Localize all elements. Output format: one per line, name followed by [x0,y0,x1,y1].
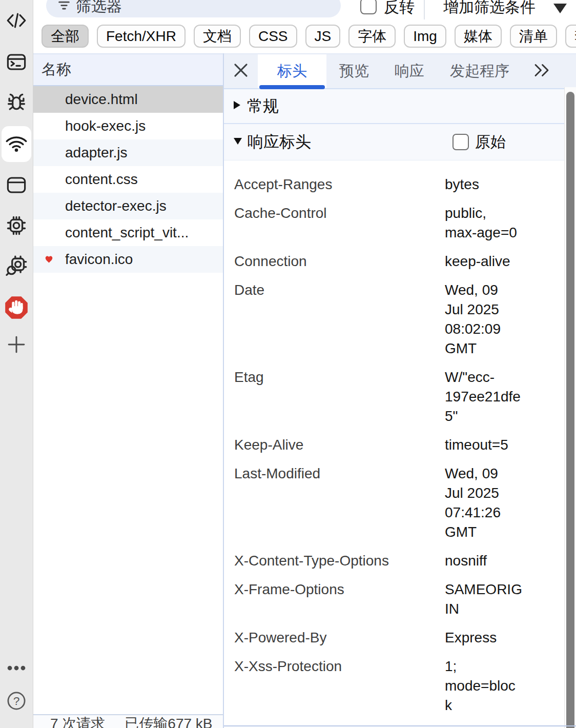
filter-chip-socket[interactable]: 套接字 [565,25,576,48]
triangle-down-icon [233,137,242,147]
header-name: Connection [234,252,445,271]
header-name: Last-Modified [234,464,445,542]
header-row-x-frame-options: X-Frame-Options SAMEORIG IN [234,580,561,619]
wifi-icon [5,132,28,155]
header-row-etag: Etag W/"ecc- 197ee21dfe 5" [234,368,561,426]
filter-chip-fetch-xhr[interactable]: Fetch/XHR [97,25,186,48]
filter-chip-font[interactable]: 字体 [348,25,396,48]
header-name: X-Frame-Options [234,580,445,619]
filter-chip-css[interactable]: CSS [249,25,297,48]
header-value: Express [445,628,561,648]
activity-network-button[interactable] [4,131,29,156]
header-name: Etag [234,368,445,426]
caret-down-icon[interactable] [552,2,568,17]
activity-window-button[interactable] [4,173,29,197]
activity-blocker-button[interactable] [4,295,29,320]
filter-chip-all[interactable]: 全部 [42,25,89,48]
response-headers-section-title: 响应标头 [248,131,311,153]
chip-icon [5,214,28,237]
details-tabstrip: 标头 预览 响应 发起程序 [224,53,576,89]
request-row-favicon-ico[interactable]: favicon.ico [33,246,223,273]
request-details-panel: 标头 预览 响应 发起程序 常规 响应标头 原始 Accept-Ranges b… [224,53,576,728]
header-value: nosniff [445,551,561,571]
header-name: Cache-Control [234,204,445,242]
filter-chip-media[interactable]: 媒体 [455,25,502,48]
header-value: timeout=5 [445,435,561,455]
activity-add-button[interactable] [4,332,29,357]
plus-icon [6,334,27,355]
response-headers-list: Accept-Ranges bytes Cache-Control public… [224,160,576,715]
tab-response[interactable]: 响应 [382,54,437,88]
filter-funnel-icon [57,0,71,14]
invert-checkbox[interactable] [360,0,377,14]
header-value: public, max-age=0 [445,204,561,242]
header-row-last-modified: Last-Modified Wed, 09 Jul 2025 07:41:26 … [234,464,561,542]
chip-search-icon [5,254,28,277]
request-row-hook-exec-js[interactable]: hook-exec.js [33,113,223,139]
request-name: device.html [65,91,138,108]
header-row-x-content-type-options: X-Content-Type-Options nosniff [234,551,561,571]
window-icon [6,174,27,196]
activity-more-button[interactable] [4,656,29,680]
network-filter-bar: 筛选器 反转 增加筛选条件 全部 Fetch/XHR 文档 CSS JS 字体 … [33,0,576,53]
header-name: Date [234,280,445,358]
activity-chip-inspect-button[interactable] [4,253,29,278]
request-name: content.css [65,171,138,188]
header-value: keep-alive [445,252,561,271]
tab-headers[interactable]: 标头 [258,54,326,88]
activity-code-button[interactable] [4,8,29,33]
svg-text:?: ? [13,694,20,707]
request-row-content-css[interactable]: content.css [33,166,223,193]
request-name: content_script_vit... [65,225,189,241]
request-type-filters: 全部 Fetch/XHR 文档 CSS JS 字体 Img 媒体 清单 套接字 [42,25,576,48]
activity-chip-button[interactable] [4,213,29,238]
response-headers-section-header[interactable]: 响应标头 原始 [224,124,576,160]
tab-preview[interactable]: 预览 [326,54,382,88]
filter-input[interactable]: 筛选器 [46,0,341,17]
filter-chip-doc[interactable]: 文档 [194,25,241,48]
header-row-x-xss-protection: X-Xss-Protection 1; mode=bloc k [234,657,561,715]
header-name: X-Content-Type-Options [234,551,445,571]
request-row-device-html[interactable]: device.html [33,86,223,113]
request-row-adapter-js[interactable]: adapter.js [33,139,223,166]
header-row-date: Date Wed, 09 Jul 2025 08:02:09 GMT [234,280,561,358]
request-row-content-script[interactable]: content_script_vit... [33,219,223,246]
panel-bottom-edge [224,725,576,726]
transferred-size: 已传输677 kB [125,715,212,728]
request-name: detector-exec.js [65,198,167,214]
header-value: W/"ecc- 197ee21dfe 5" [445,368,561,426]
request-row-detector-exec-js[interactable]: detector-exec.js [33,193,223,219]
tab-label: 发起程序 [450,61,509,82]
header-row-keep-alive: Keep-Alive timeout=5 [234,435,561,455]
activity-debug-button[interactable] [4,89,29,114]
network-status-bar: 7 次请求 已传输677 kB [33,714,223,728]
invert-label: 反转 [384,0,415,18]
header-name: X-Xss-Protection [234,657,445,715]
request-name: hook-exec.js [65,118,146,134]
filter-chip-img[interactable]: Img [404,25,446,48]
header-row-accept-ranges: Accept-Ranges bytes [234,175,561,194]
more-tabs-button[interactable] [532,54,551,88]
toolbar-divider [424,0,425,19]
filter-placeholder: 筛选器 [76,0,122,17]
activity-help-button[interactable]: ? [4,689,29,713]
scrollbar-thumb[interactable] [566,92,574,728]
header-value: Wed, 09 Jul 2025 07:41:26 GMT [445,464,561,542]
general-section-header[interactable]: 常规 [224,89,576,124]
request-count: 7 次请求 [50,715,105,728]
filter-chip-manifest[interactable]: 清单 [510,25,557,48]
add-filter-condition-button[interactable]: 增加筛选条件 [443,0,536,18]
vertical-scrollbar[interactable] [564,87,576,728]
header-row-connection: Connection keep-alive [234,252,561,271]
header-name: Accept-Ranges [234,175,445,194]
filter-chip-js[interactable]: JS [305,25,341,48]
tab-label: 预览 [339,61,369,82]
raw-checkbox[interactable] [452,134,469,150]
tab-label: 标头 [277,61,307,82]
close-details-button[interactable] [224,54,258,88]
code-icon [5,9,28,32]
name-column-header[interactable]: 名称 [33,53,223,86]
activity-terminal-button[interactable] [4,50,29,74]
tab-initiator[interactable]: 发起程序 [437,54,522,88]
header-name: Keep-Alive [234,435,445,455]
